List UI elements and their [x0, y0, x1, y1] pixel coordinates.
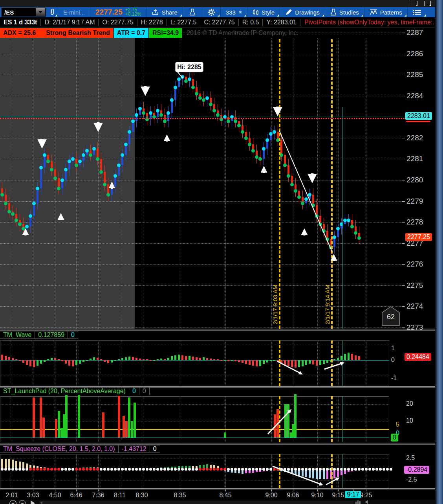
wave-bar	[242, 360, 243, 363]
price-axis-label: 2280	[406, 176, 423, 184]
style-button[interactable]: Style	[247, 7, 280, 17]
wave-bar	[153, 360, 155, 361]
panel-separator[interactable]	[0, 443, 435, 443]
studies-button[interactable]: Studies	[325, 7, 364, 17]
wave-bar	[118, 359, 120, 360]
squeeze-dot	[110, 468, 113, 471]
gridline	[0, 264, 405, 265]
layout-grid-icon[interactable]	[424, 1, 431, 6]
squeeze-dot	[8, 468, 11, 471]
panel-separator[interactable]	[0, 330, 435, 331]
trend-dot	[15, 219, 18, 222]
patterns-button[interactable]: Patterns	[364, 7, 407, 17]
squeeze-dot	[11, 468, 14, 471]
mini-volume-icon[interactable]	[355, 500, 369, 504]
wave-bar	[171, 356, 173, 360]
wave-panel-header[interactable]: TM_Wave 0.127859 0	[0, 331, 78, 339]
wave-bar	[54, 358, 56, 360]
trend-dot	[184, 79, 188, 83]
panel-separator[interactable]	[0, 386, 435, 387]
squeeze-study-title[interactable]: TM_Squeeze (CLOSE, 20, 1.5, 2.0, 1.0)	[0, 445, 119, 453]
candle	[174, 87, 176, 100]
launchpad-panel-header[interactable]: ST_LaunchPad (20, PercentAboveAverage) 0…	[0, 387, 150, 395]
chart-area[interactable]: 2287228622852284228222812280227922782277…	[0, 0, 435, 504]
wave-study-title[interactable]: TM_Wave	[0, 331, 35, 339]
alert-vline-yellow	[279, 396, 280, 442]
price-axis-label: 2284	[406, 92, 423, 100]
squeeze-dot	[68, 468, 71, 471]
play-button[interactable]	[31, 500, 35, 504]
squeeze-dot	[174, 468, 177, 471]
share-button[interactable]: Share	[147, 7, 183, 17]
pivot-price-label: 2283.01	[405, 112, 432, 120]
symbol-value: /ES	[2, 9, 36, 16]
wave-bar	[266, 360, 268, 362]
time-label: 9:06	[287, 492, 299, 499]
trend-dot	[251, 149, 255, 153]
flask-icon	[330, 9, 337, 16]
bottom-scroll-bar[interactable]: + −	[0, 500, 435, 504]
note-badge[interactable]: 62	[382, 306, 400, 326]
squeeze-dot	[245, 468, 247, 471]
launchpad-bar	[55, 419, 57, 438]
ohlc-field: O: 2277.75	[99, 19, 137, 26]
time-tick	[33, 489, 33, 491]
timeframe-button[interactable]: 333tk	[221, 7, 247, 17]
drawings-button[interactable]: Drawings	[280, 7, 325, 17]
scroll-left-arrow-icon[interactable]	[40, 501, 42, 504]
squeeze-dot	[153, 468, 156, 471]
squeeze-dot	[213, 468, 216, 471]
squeeze-dot	[89, 468, 92, 471]
adx-study-label[interactable]: ADX = 25.6 Strong Bearish Trend	[0, 28, 113, 38]
trend-dot	[212, 109, 216, 112]
settings-button[interactable]	[202, 7, 220, 17]
squeeze-dot	[195, 468, 198, 471]
rsi-study-label[interactable]: RSI=34.9	[149, 28, 182, 38]
squeeze-dot	[167, 468, 170, 471]
scrollbar-track[interactable]	[39, 501, 353, 504]
price-change: +2.75 +0.12%	[125, 8, 141, 17]
atr-study-label[interactable]: ATR = 0.7	[114, 28, 148, 38]
launchpad-axis-label: 20	[406, 400, 413, 407]
trend-dot	[283, 164, 287, 167]
wave-bar	[344, 354, 346, 360]
gridline	[120, 38, 120, 329]
squeeze-panel-header[interactable]: TM_Squeeze (CLOSE, 20, 1.5, 2.0, 1.0) -1…	[0, 445, 160, 453]
onchart-studies-button[interactable]	[183, 7, 202, 17]
wave-bar	[256, 360, 258, 366]
launchpad-study-title[interactable]: ST_LaunchPad (20, PercentAboveAverage)	[0, 387, 129, 395]
squeeze-dot	[231, 468, 233, 471]
trend-dot	[269, 132, 273, 136]
squeeze-dot	[71, 468, 74, 471]
wave-bar	[210, 359, 212, 360]
panel-separator[interactable]	[0, 489, 435, 489]
wave-bar	[111, 360, 113, 362]
wave-bar	[132, 357, 134, 360]
pivotpoints-study-label[interactable]: PivotPoints (showOnlyToday: yes, timeFra…	[300, 19, 442, 26]
chart-menu-button[interactable]	[408, 7, 427, 17]
symbol-dropdown-button[interactable]	[36, 8, 45, 16]
wave-bar	[114, 360, 116, 361]
trend-dot	[29, 214, 32, 218]
symbol-input[interactable]: /ES	[1, 7, 46, 17]
symbol-description[interactable]: E-mini...	[58, 7, 90, 17]
layout-single-icon[interactable]	[411, 1, 417, 6]
trend-dot	[142, 111, 145, 115]
squeeze-dot	[291, 468, 293, 471]
squeeze-dot	[248, 468, 251, 471]
squeeze-dot	[202, 468, 205, 471]
link-button[interactable]	[46, 7, 58, 17]
squeeze-dot	[33, 468, 35, 471]
zoom-in-button[interactable]: +	[9, 500, 16, 504]
wave-bar	[65, 360, 67, 364]
zoom-out-button[interactable]: −	[19, 500, 26, 504]
panel-separator[interactable]	[0, 444, 435, 445]
share-icon	[152, 9, 159, 15]
time-axis: 2:013:034:506:467:368:118:308:358:459:00…	[0, 489, 435, 500]
panel-separator[interactable]	[0, 329, 435, 329]
squeeze-dot	[149, 468, 152, 471]
squeeze-dot	[354, 468, 357, 471]
squeeze-dot	[185, 468, 187, 471]
wave-bar	[174, 355, 176, 360]
trend-dot	[60, 178, 64, 182]
